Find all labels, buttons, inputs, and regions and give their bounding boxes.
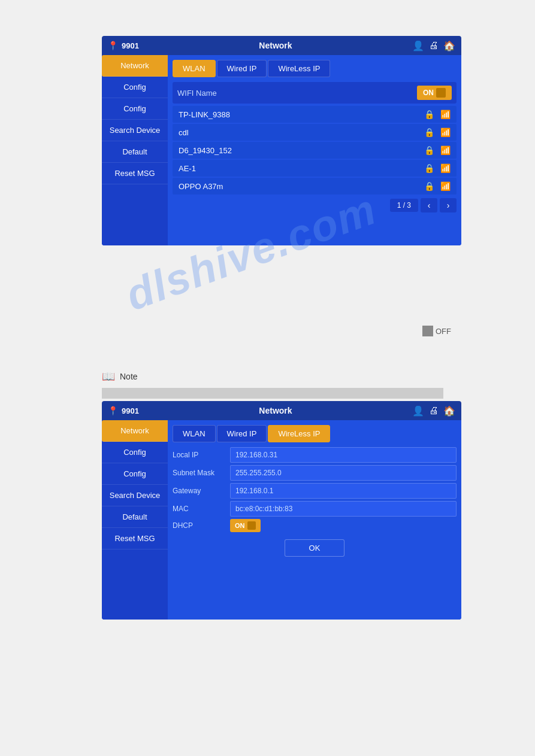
label-local-ip: Local IP	[173, 451, 226, 459]
panel2-header-icons: 👤 🖨 🏠	[412, 405, 455, 417]
sidebar-item-search-device[interactable]: Search Device	[102, 120, 168, 141]
wifi-signal-4: 📶	[440, 181, 451, 191]
panel2-sidebar-item-config2[interactable]: Config	[102, 463, 168, 485]
wireless-ip-form: Local IP Subnet Mask Gateway MAC DHCP	[173, 447, 457, 532]
lock-icon-1: 🔒	[424, 127, 434, 137]
network-name-1: cdl	[179, 128, 424, 137]
panel1-tabs: WLAN Wired IP WireLess IP	[173, 60, 457, 77]
network-icons-3: 🔒 📶	[424, 163, 451, 173]
panel2-title: Network	[259, 406, 292, 415]
sidebar-item-reset-msg[interactable]: Reset MSG	[102, 163, 168, 184]
lock-icon-2: 🔒	[424, 145, 434, 155]
panel2-device-id: 9901	[122, 406, 139, 415]
panel1-sidebar: Network Config Config Search Device Defa…	[102, 55, 168, 245]
network-icons-2: 🔒 📶	[424, 145, 451, 155]
panel1-main: WLAN Wired IP WireLess IP WIFI Name ON T…	[168, 55, 461, 245]
panel1-header-left: 📍 9901	[108, 41, 139, 50]
prev-page-button[interactable]: ‹	[421, 198, 437, 212]
panel1: 📍 9901 Network 👤 🖨 🏠 Network Config Conf…	[102, 36, 461, 245]
wifi-signal-1: 📶	[440, 127, 451, 137]
network-item-4[interactable]: OPPO A37m 🔒 📶	[173, 178, 457, 195]
network-icons-4: 🔒 📶	[424, 181, 451, 191]
panel2-sidebar: Network Config Config Search Device Defa…	[102, 420, 168, 620]
dhcp-toggle-label: ON	[235, 522, 245, 529]
panel1-header: 📍 9901 Network 👤 🖨 🏠	[102, 36, 461, 55]
tab-wireless-ip[interactable]: WireLess IP	[268, 60, 330, 77]
input-mac[interactable]	[230, 501, 457, 517]
note-book-icon: 📖	[102, 370, 115, 383]
network-icons-0: 🔒 📶	[424, 110, 451, 119]
pagination-row: 1 / 3 ‹ ›	[173, 198, 457, 212]
panel1-body: Network Config Config Search Device Defa…	[102, 55, 461, 245]
off-label: OFF	[436, 327, 451, 336]
network-item-0[interactable]: TP-LINK_9388 🔒 📶	[173, 106, 457, 123]
page-info: 1 / 3	[390, 199, 418, 212]
location-icon-2: 📍	[108, 406, 118, 415]
gray-bar	[102, 388, 443, 399]
wifi-signal-3: 📶	[440, 163, 451, 173]
wifi-signal-0: 📶	[440, 110, 451, 119]
ok-button[interactable]: OK	[285, 539, 345, 557]
panel2-tab-wired-ip[interactable]: Wired IP	[217, 425, 267, 442]
panel2-body: Network Config Config Search Device Defa…	[102, 420, 461, 620]
person-icon-2: 👤	[412, 405, 424, 417]
dhcp-toggle-square	[247, 521, 256, 530]
dhcp-toggle[interactable]: ON	[230, 519, 261, 532]
form-row-mac: MAC	[173, 501, 457, 517]
form-row-gateway: Gateway	[173, 483, 457, 499]
wifi-signal-2: 📶	[440, 145, 451, 155]
network-icons-1: 🔒 📶	[424, 127, 451, 137]
panel2-sidebar-item-search-device[interactable]: Search Device	[102, 485, 168, 506]
network-name-0: TP-LINK_9388	[179, 110, 424, 119]
panel2-main: WLAN Wired IP WireLess IP Local IP Subne…	[168, 420, 461, 620]
panel2-tab-wlan[interactable]: WLAN	[173, 425, 216, 442]
panel2-sidebar-item-reset-msg[interactable]: Reset MSG	[102, 528, 168, 549]
panel1-header-icons: 👤 🖨 🏠	[412, 40, 455, 51]
lock-icon-4: 🔒	[424, 181, 434, 191]
wifi-toggle-on[interactable]: ON	[417, 86, 452, 100]
sidebar-item-config2[interactable]: Config	[102, 98, 168, 120]
tab-wlan[interactable]: WLAN	[173, 60, 216, 77]
input-gateway[interactable]	[230, 483, 457, 499]
network-item-1[interactable]: cdl 🔒 📶	[173, 124, 457, 141]
panel2-sidebar-item-network[interactable]: Network	[102, 420, 168, 442]
printer-icon-2: 🖨	[429, 405, 439, 416]
label-gateway: Gateway	[173, 487, 226, 495]
next-page-button[interactable]: ›	[440, 198, 457, 212]
network-list: TP-LINK_9388 🔒 📶 cdl 🔒 📶 D6_19430_152	[173, 106, 457, 195]
note-label: Note	[120, 372, 138, 381]
ok-btn-row: OK	[173, 539, 457, 557]
home-icon-2: 🏠	[443, 405, 455, 417]
panel1-title: Network	[259, 41, 292, 50]
toggle-square	[436, 88, 446, 98]
sidebar-item-default[interactable]: Default	[102, 141, 168, 163]
person-icon: 👤	[412, 40, 424, 51]
home-icon: 🏠	[443, 40, 455, 51]
off-square	[422, 326, 433, 336]
network-item-2[interactable]: D6_19430_152 🔒 📶	[173, 142, 457, 159]
panel2-sidebar-item-config1[interactable]: Config	[102, 442, 168, 463]
network-name-3: AE-1	[179, 164, 424, 173]
tab-wired-ip[interactable]: Wired IP	[217, 60, 267, 77]
location-icon: 📍	[108, 41, 118, 50]
panel1-device-id: 9901	[122, 41, 139, 50]
panel2: 📍 9901 Network 👤 🖨 🏠 Network Config Conf…	[102, 401, 461, 620]
lock-icon-0: 🔒	[424, 110, 434, 119]
panel2-sidebar-item-default[interactable]: Default	[102, 506, 168, 528]
form-row-subnet-mask: Subnet Mask	[173, 465, 457, 481]
input-local-ip[interactable]	[230, 447, 457, 463]
label-subnet-mask: Subnet Mask	[173, 469, 226, 477]
sidebar-item-network[interactable]: Network	[102, 55, 168, 77]
panel2-header-left: 📍 9901	[108, 406, 139, 415]
panel2-tabs: WLAN Wired IP WireLess IP	[173, 425, 457, 442]
wifi-toggle-row: WIFI Name ON	[173, 82, 457, 104]
label-dhcp: DHCP	[173, 521, 226, 530]
network-item-3[interactable]: AE-1 🔒 📶	[173, 160, 457, 177]
network-name-2: D6_19430_152	[179, 146, 424, 155]
panel2-tab-wireless-ip[interactable]: WireLess IP	[268, 425, 330, 442]
form-row-local-ip: Local IP	[173, 447, 457, 463]
off-badge: OFF	[422, 326, 451, 336]
label-mac: MAC	[173, 505, 226, 513]
input-subnet-mask[interactable]	[230, 465, 457, 481]
sidebar-item-config1[interactable]: Config	[102, 77, 168, 98]
